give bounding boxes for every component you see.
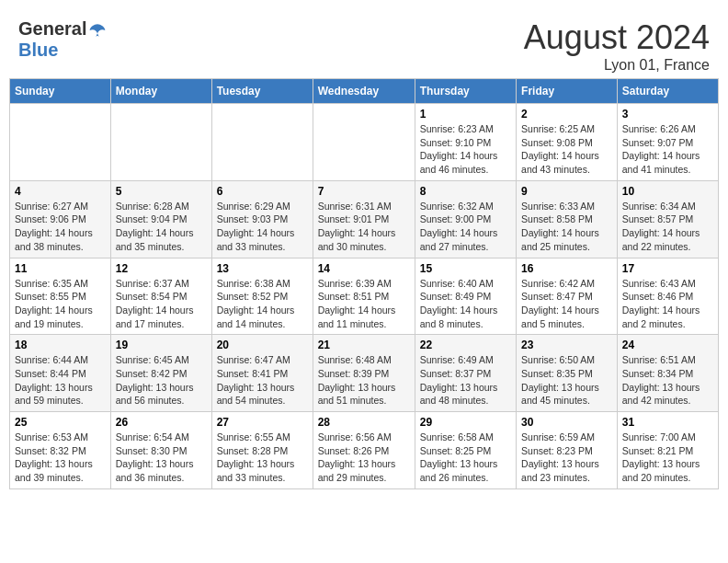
day-cell: 7Sunrise: 6:31 AM Sunset: 9:01 PM Daylig… [313,180,415,258]
day-cell: 14Sunrise: 6:39 AM Sunset: 8:51 PM Dayli… [313,258,415,335]
day-number: 17 [622,262,713,275]
day-info: Sunrise: 6:44 AM Sunset: 8:44 PM Dayligh… [15,353,106,408]
day-number: 11 [15,262,106,275]
day-number: 25 [15,416,106,429]
day-number: 2 [521,108,612,121]
day-cell: 6Sunrise: 6:29 AM Sunset: 9:03 PM Daylig… [211,180,313,258]
day-info: Sunrise: 6:42 AM Sunset: 8:47 PM Dayligh… [521,277,612,331]
day-cell: 18Sunrise: 6:44 AM Sunset: 8:44 PM Dayli… [10,335,111,412]
day-cell: 30Sunrise: 6:59 AM Sunset: 8:23 PM Dayli… [517,412,618,489]
logo-blue-text: Blue [18,40,58,61]
day-cell: 4Sunrise: 6:27 AM Sunset: 9:06 PM Daylig… [10,180,111,258]
week-row-1: 1Sunrise: 6:23 AM Sunset: 9:10 PM Daylig… [10,104,719,181]
day-info: Sunrise: 6:28 AM Sunset: 9:04 PM Dayligh… [116,200,207,254]
day-number: 30 [521,416,612,429]
day-info: Sunrise: 6:39 AM Sunset: 8:51 PM Dayligh… [318,277,410,331]
day-number: 21 [318,339,410,351]
month-title: August 2024 Lyon 01, France [524,18,710,74]
day-info: Sunrise: 6:55 AM Sunset: 8:28 PM Dayligh… [217,431,308,485]
weekday-header-thursday: Thursday [415,79,516,104]
day-cell: 12Sunrise: 6:37 AM Sunset: 8:54 PM Dayli… [110,258,211,335]
weekday-header-tuesday: Tuesday [211,79,313,104]
day-number: 6 [217,185,308,198]
day-info: Sunrise: 6:51 AM Sunset: 8:34 PM Dayligh… [622,353,713,408]
day-number: 12 [116,262,207,275]
page-header: General Blue August 2024 Lyon 01, France [9,9,719,78]
day-info: Sunrise: 6:54 AM Sunset: 8:30 PM Dayligh… [116,431,207,485]
day-cell: 17Sunrise: 6:43 AM Sunset: 8:46 PM Dayli… [617,258,718,335]
day-info: Sunrise: 6:38 AM Sunset: 8:52 PM Dayligh… [217,277,308,331]
day-cell: 19Sunrise: 6:45 AM Sunset: 8:42 PM Dayli… [110,335,211,412]
day-cell: 5Sunrise: 6:28 AM Sunset: 9:04 PM Daylig… [110,180,211,258]
day-cell: 31Sunrise: 7:00 AM Sunset: 8:21 PM Dayli… [617,412,718,489]
day-info: Sunrise: 6:32 AM Sunset: 9:00 PM Dayligh… [420,200,511,254]
location: Lyon 01, France [524,57,710,74]
day-info: Sunrise: 6:27 AM Sunset: 9:06 PM Dayligh… [15,200,106,254]
day-cell: 10Sunrise: 6:34 AM Sunset: 8:57 PM Dayli… [617,180,718,258]
day-number: 24 [622,339,713,351]
day-number: 22 [420,339,511,351]
day-cell: 28Sunrise: 6:56 AM Sunset: 8:26 PM Dayli… [313,412,415,489]
day-info: Sunrise: 6:31 AM Sunset: 9:01 PM Dayligh… [318,200,410,254]
day-info: Sunrise: 6:45 AM Sunset: 8:42 PM Dayligh… [116,353,207,408]
weekday-header-saturday: Saturday [617,79,718,104]
day-cell: 23Sunrise: 6:50 AM Sunset: 8:35 PM Dayli… [517,335,618,412]
day-info: Sunrise: 6:26 AM Sunset: 9:07 PM Dayligh… [622,122,713,177]
day-number: 3 [622,108,713,121]
week-row-4: 18Sunrise: 6:44 AM Sunset: 8:44 PM Dayli… [10,335,719,412]
day-cell [10,104,111,181]
day-info: Sunrise: 6:47 AM Sunset: 8:41 PM Dayligh… [217,353,308,408]
month-year: August 2024 [524,18,710,57]
day-number: 10 [622,185,713,198]
day-info: Sunrise: 6:48 AM Sunset: 8:39 PM Dayligh… [318,353,410,408]
day-cell: 3Sunrise: 6:26 AM Sunset: 9:07 PM Daylig… [617,104,718,181]
day-cell [313,104,415,181]
day-cell [211,104,313,181]
day-info: Sunrise: 6:25 AM Sunset: 9:08 PM Dayligh… [521,122,612,177]
day-cell [110,104,211,181]
week-row-5: 25Sunrise: 6:53 AM Sunset: 8:32 PM Dayli… [10,412,719,489]
weekday-header-sunday: Sunday [10,79,111,104]
weekday-header-wednesday: Wednesday [313,79,415,104]
day-number: 31 [622,416,713,429]
day-cell: 9Sunrise: 6:33 AM Sunset: 8:58 PM Daylig… [517,180,618,258]
day-info: Sunrise: 6:23 AM Sunset: 9:10 PM Dayligh… [420,122,511,177]
day-number: 9 [521,185,612,198]
day-cell: 16Sunrise: 6:42 AM Sunset: 8:47 PM Dayli… [517,258,618,335]
day-info: Sunrise: 6:34 AM Sunset: 8:57 PM Dayligh… [622,200,713,254]
day-info: Sunrise: 6:50 AM Sunset: 8:35 PM Dayligh… [521,353,612,408]
day-number: 7 [318,185,410,198]
day-info: Sunrise: 6:43 AM Sunset: 8:46 PM Dayligh… [622,277,713,331]
day-number: 16 [521,262,612,275]
day-info: Sunrise: 6:35 AM Sunset: 8:55 PM Dayligh… [15,277,106,331]
day-info: Sunrise: 6:59 AM Sunset: 8:23 PM Dayligh… [521,431,612,485]
day-info: Sunrise: 6:33 AM Sunset: 8:58 PM Dayligh… [521,200,612,254]
logo-bird-icon [88,21,107,40]
day-cell: 20Sunrise: 6:47 AM Sunset: 8:41 PM Dayli… [211,335,313,412]
day-cell: 27Sunrise: 6:55 AM Sunset: 8:28 PM Dayli… [211,412,313,489]
day-number: 18 [15,339,106,351]
day-number: 23 [521,339,612,351]
calendar-table: SundayMondayTuesdayWednesdayThursdayFrid… [9,78,719,489]
day-cell: 22Sunrise: 6:49 AM Sunset: 8:37 PM Dayli… [415,335,516,412]
day-number: 8 [420,185,511,198]
day-cell: 8Sunrise: 6:32 AM Sunset: 9:00 PM Daylig… [415,180,516,258]
day-info: Sunrise: 6:49 AM Sunset: 8:37 PM Dayligh… [420,353,511,408]
day-info: Sunrise: 6:37 AM Sunset: 8:54 PM Dayligh… [116,277,207,331]
day-number: 1 [420,108,511,121]
day-cell: 15Sunrise: 6:40 AM Sunset: 8:49 PM Dayli… [415,258,516,335]
day-number: 15 [420,262,511,275]
day-number: 29 [420,416,511,429]
day-cell: 21Sunrise: 6:48 AM Sunset: 8:39 PM Dayli… [313,335,415,412]
day-info: Sunrise: 6:40 AM Sunset: 8:49 PM Dayligh… [420,277,511,331]
logo: General Blue [18,18,107,61]
day-number: 20 [217,339,308,351]
day-number: 19 [116,339,207,351]
day-info: Sunrise: 7:00 AM Sunset: 8:21 PM Dayligh… [622,431,713,485]
day-cell: 2Sunrise: 6:25 AM Sunset: 9:08 PM Daylig… [517,104,618,181]
day-number: 27 [217,416,308,429]
day-cell: 26Sunrise: 6:54 AM Sunset: 8:30 PM Dayli… [110,412,211,489]
day-info: Sunrise: 6:56 AM Sunset: 8:26 PM Dayligh… [318,431,410,485]
weekday-header-monday: Monday [110,79,211,104]
day-number: 5 [116,185,207,198]
